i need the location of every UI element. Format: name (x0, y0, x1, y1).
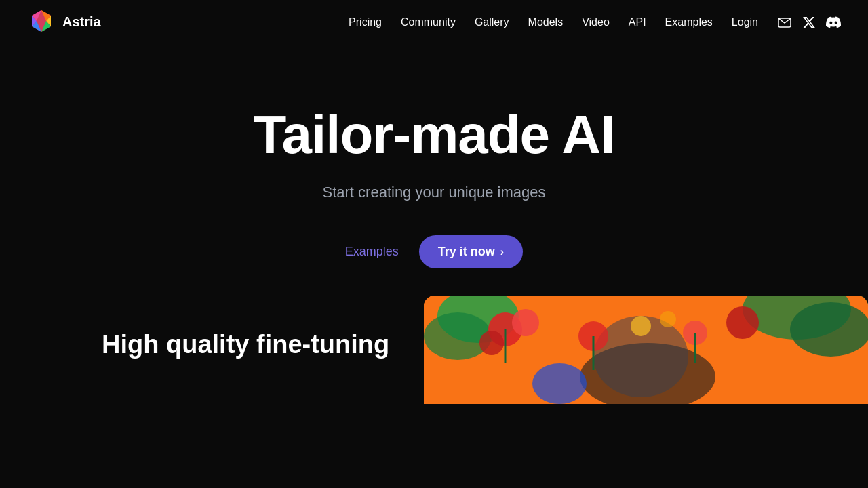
nav-models[interactable]: Models (528, 16, 564, 28)
navbar: Astria Pricing Community Gallery Models … (0, 0, 868, 44)
svg-point-5 (424, 312, 492, 360)
svg-point-17 (631, 316, 651, 336)
hero-image (424, 296, 868, 404)
svg-point-15 (726, 306, 759, 339)
nav-community[interactable]: Community (401, 16, 456, 28)
hero-subtitle: Start creating your unique images (323, 184, 546, 201)
lower-section: High quality fine-tuning (0, 296, 868, 361)
hero-section: Tailor-made AI Start creating your uniqu… (0, 44, 868, 268)
hero-buttons: Examples Try it now › (345, 235, 523, 268)
svg-point-7 (512, 309, 539, 336)
nav-left: Astria (27, 8, 101, 37)
twitter-icon[interactable] (802, 15, 816, 30)
nav-api[interactable]: API (629, 16, 646, 28)
try-now-button[interactable]: Try it now › (419, 235, 523, 268)
svg-point-18 (660, 311, 676, 327)
left-content: High quality fine-tuning (0, 296, 420, 361)
nav-video[interactable]: Video (582, 16, 610, 28)
art-svg (424, 296, 868, 404)
brand-name: Astria (62, 14, 101, 30)
logo-icon (27, 8, 56, 37)
nav-right: Pricing Community Gallery Models Video A… (349, 15, 841, 30)
svg-point-10 (790, 302, 868, 357)
nav-icons (777, 15, 841, 30)
nav-gallery[interactable]: Gallery (475, 16, 509, 28)
svg-point-16 (532, 363, 587, 404)
discord-icon[interactable] (826, 15, 841, 30)
image-placeholder (424, 296, 868, 404)
email-icon[interactable] (777, 15, 792, 30)
examples-link[interactable]: Examples (345, 245, 399, 259)
section-title: High quality fine-tuning (102, 329, 420, 361)
nav-pricing[interactable]: Pricing (349, 16, 382, 28)
svg-point-8 (479, 331, 504, 355)
hero-title: Tailor-made AI (254, 105, 615, 165)
nav-examples[interactable]: Examples (665, 16, 713, 28)
try-now-label: Try it now (438, 245, 495, 259)
chevron-right-icon: › (500, 246, 504, 258)
nav-login[interactable]: Login (732, 16, 758, 28)
